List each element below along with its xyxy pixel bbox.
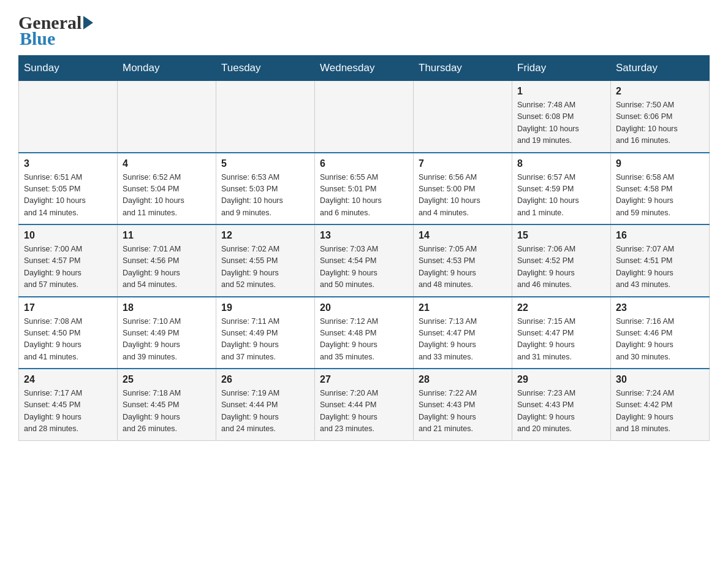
day-info: Sunrise: 7:48 AM Sunset: 6:08 PM Dayligh… <box>517 99 605 147</box>
day-info: Sunrise: 7:08 AM Sunset: 4:50 PM Dayligh… <box>24 316 112 364</box>
calendar-day-cell: 21Sunrise: 7:13 AM Sunset: 4:47 PM Dayli… <box>414 297 512 369</box>
calendar-day-cell: 17Sunrise: 7:08 AM Sunset: 4:50 PM Dayli… <box>19 297 118 369</box>
day-number: 2 <box>616 86 704 97</box>
day-info: Sunrise: 7:23 AM Sunset: 4:43 PM Dayligh… <box>517 388 605 435</box>
day-number: 5 <box>221 158 309 169</box>
calendar-day-cell: 30Sunrise: 7:24 AM Sunset: 4:42 PM Dayli… <box>611 369 710 440</box>
calendar-week-row: 17Sunrise: 7:08 AM Sunset: 4:50 PM Dayli… <box>19 297 710 369</box>
calendar-week-row: 10Sunrise: 7:00 AM Sunset: 4:57 PM Dayli… <box>19 224 710 297</box>
day-number: 26 <box>221 374 309 385</box>
day-info: Sunrise: 7:02 AM Sunset: 4:55 PM Dayligh… <box>221 243 309 291</box>
day-number: 13 <box>320 230 408 241</box>
day-info: Sunrise: 6:58 AM Sunset: 4:58 PM Dayligh… <box>616 172 704 220</box>
calendar-day-cell: 22Sunrise: 7:15 AM Sunset: 4:47 PM Dayli… <box>512 297 611 369</box>
day-info: Sunrise: 7:10 AM Sunset: 4:49 PM Dayligh… <box>123 316 211 364</box>
day-info: Sunrise: 6:52 AM Sunset: 5:04 PM Dayligh… <box>123 172 211 220</box>
day-number: 23 <box>616 302 704 313</box>
calendar-day-cell: 12Sunrise: 7:02 AM Sunset: 4:55 PM Dayli… <box>216 224 315 297</box>
day-number: 20 <box>320 302 408 313</box>
day-number: 3 <box>24 158 112 169</box>
day-number: 30 <box>616 374 704 385</box>
day-number: 1 <box>517 86 605 97</box>
calendar-day-cell: 27Sunrise: 7:20 AM Sunset: 4:44 PM Dayli… <box>315 369 414 440</box>
calendar-day-cell: 7Sunrise: 6:56 AM Sunset: 5:00 PM Daylig… <box>414 153 512 225</box>
calendar-day-cell: 26Sunrise: 7:19 AM Sunset: 4:44 PM Dayli… <box>216 369 315 440</box>
logo: General Blue <box>18 12 93 49</box>
calendar-week-row: 3Sunrise: 6:51 AM Sunset: 5:05 PM Daylig… <box>19 153 710 225</box>
calendar-week-row: 24Sunrise: 7:17 AM Sunset: 4:45 PM Dayli… <box>19 369 710 440</box>
calendar-day-cell: 3Sunrise: 6:51 AM Sunset: 5:05 PM Daylig… <box>19 153 118 225</box>
calendar-day-cell <box>118 81 216 153</box>
calendar-day-cell: 10Sunrise: 7:00 AM Sunset: 4:57 PM Dayli… <box>19 224 118 297</box>
calendar-day-cell <box>19 81 118 153</box>
day-number: 12 <box>221 230 309 241</box>
weekday-header-monday: Monday <box>118 56 216 81</box>
calendar-day-cell: 2Sunrise: 7:50 AM Sunset: 6:06 PM Daylig… <box>611 81 710 153</box>
day-number: 11 <box>123 230 211 241</box>
day-number: 17 <box>24 302 112 313</box>
day-number: 22 <box>517 302 605 313</box>
calendar-day-cell: 20Sunrise: 7:12 AM Sunset: 4:48 PM Dayli… <box>315 297 414 369</box>
day-info: Sunrise: 7:05 AM Sunset: 4:53 PM Dayligh… <box>419 243 507 291</box>
weekday-header-row: SundayMondayTuesdayWednesdayThursdayFrid… <box>19 56 710 81</box>
weekday-header-tuesday: Tuesday <box>216 56 315 81</box>
day-info: Sunrise: 7:06 AM Sunset: 4:52 PM Dayligh… <box>517 243 605 291</box>
calendar-day-cell: 19Sunrise: 7:11 AM Sunset: 4:49 PM Dayli… <box>216 297 315 369</box>
day-info: Sunrise: 7:03 AM Sunset: 4:54 PM Dayligh… <box>320 243 408 291</box>
calendar-day-cell: 5Sunrise: 6:53 AM Sunset: 5:03 PM Daylig… <box>216 153 315 225</box>
page-header: General Blue <box>18 12 710 49</box>
day-number: 7 <box>419 158 507 169</box>
day-info: Sunrise: 7:50 AM Sunset: 6:06 PM Dayligh… <box>616 99 704 147</box>
weekday-header-thursday: Thursday <box>414 56 512 81</box>
day-number: 18 <box>123 302 211 313</box>
day-info: Sunrise: 6:57 AM Sunset: 4:59 PM Dayligh… <box>517 172 605 220</box>
day-info: Sunrise: 7:16 AM Sunset: 4:46 PM Dayligh… <box>616 316 704 364</box>
day-number: 14 <box>419 230 507 241</box>
weekday-header-sunday: Sunday <box>19 56 118 81</box>
calendar-day-cell: 15Sunrise: 7:06 AM Sunset: 4:52 PM Dayli… <box>512 224 611 297</box>
logo-blue-text: Blue <box>20 28 93 49</box>
day-number: 21 <box>419 302 507 313</box>
day-info: Sunrise: 7:11 AM Sunset: 4:49 PM Dayligh… <box>221 316 309 364</box>
logo-arrow-icon <box>83 16 93 29</box>
weekday-header-wednesday: Wednesday <box>315 56 414 81</box>
day-number: 4 <box>123 158 211 169</box>
day-info: Sunrise: 7:07 AM Sunset: 4:51 PM Dayligh… <box>616 243 704 291</box>
day-info: Sunrise: 7:19 AM Sunset: 4:44 PM Dayligh… <box>221 388 309 435</box>
day-number: 27 <box>320 374 408 385</box>
day-info: Sunrise: 7:00 AM Sunset: 4:57 PM Dayligh… <box>24 243 112 291</box>
day-info: Sunrise: 6:56 AM Sunset: 5:00 PM Dayligh… <box>419 172 507 220</box>
day-number: 16 <box>616 230 704 241</box>
calendar-day-cell: 24Sunrise: 7:17 AM Sunset: 4:45 PM Dayli… <box>19 369 118 440</box>
calendar-day-cell: 23Sunrise: 7:16 AM Sunset: 4:46 PM Dayli… <box>611 297 710 369</box>
calendar-week-row: 1Sunrise: 7:48 AM Sunset: 6:08 PM Daylig… <box>19 81 710 153</box>
day-number: 10 <box>24 230 112 241</box>
calendar-day-cell: 29Sunrise: 7:23 AM Sunset: 4:43 PM Dayli… <box>512 369 611 440</box>
calendar-day-cell: 4Sunrise: 6:52 AM Sunset: 5:04 PM Daylig… <box>118 153 216 225</box>
calendar-day-cell: 18Sunrise: 7:10 AM Sunset: 4:49 PM Dayli… <box>118 297 216 369</box>
day-info: Sunrise: 6:55 AM Sunset: 5:01 PM Dayligh… <box>320 172 408 220</box>
day-number: 28 <box>419 374 507 385</box>
calendar-day-cell <box>315 81 414 153</box>
day-info: Sunrise: 7:18 AM Sunset: 4:45 PM Dayligh… <box>123 388 211 435</box>
weekday-header-saturday: Saturday <box>611 56 710 81</box>
day-number: 15 <box>517 230 605 241</box>
calendar-day-cell: 1Sunrise: 7:48 AM Sunset: 6:08 PM Daylig… <box>512 81 611 153</box>
day-number: 25 <box>123 374 211 385</box>
calendar-day-cell: 6Sunrise: 6:55 AM Sunset: 5:01 PM Daylig… <box>315 153 414 225</box>
day-info: Sunrise: 7:24 AM Sunset: 4:42 PM Dayligh… <box>616 388 704 435</box>
day-number: 19 <box>221 302 309 313</box>
calendar-day-cell: 14Sunrise: 7:05 AM Sunset: 4:53 PM Dayli… <box>414 224 512 297</box>
day-number: 29 <box>517 374 605 385</box>
calendar-day-cell: 11Sunrise: 7:01 AM Sunset: 4:56 PM Dayli… <box>118 224 216 297</box>
calendar-day-cell: 16Sunrise: 7:07 AM Sunset: 4:51 PM Dayli… <box>611 224 710 297</box>
day-info: Sunrise: 7:15 AM Sunset: 4:47 PM Dayligh… <box>517 316 605 364</box>
calendar-day-cell: 9Sunrise: 6:58 AM Sunset: 4:58 PM Daylig… <box>611 153 710 225</box>
day-number: 6 <box>320 158 408 169</box>
day-info: Sunrise: 7:22 AM Sunset: 4:43 PM Dayligh… <box>419 388 507 435</box>
weekday-header-friday: Friday <box>512 56 611 81</box>
calendar-day-cell: 28Sunrise: 7:22 AM Sunset: 4:43 PM Dayli… <box>414 369 512 440</box>
day-number: 9 <box>616 158 704 169</box>
calendar-day-cell: 25Sunrise: 7:18 AM Sunset: 4:45 PM Dayli… <box>118 369 216 440</box>
day-info: Sunrise: 7:17 AM Sunset: 4:45 PM Dayligh… <box>24 388 112 435</box>
